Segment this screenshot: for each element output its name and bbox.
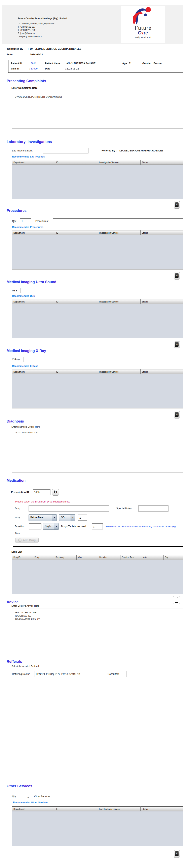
delete-lab-item-button[interactable]: ↻: [174, 201, 180, 209]
xray-table-body[interactable]: [12, 374, 183, 408]
procedures-table: Department ID Investigation/Service Stat…: [12, 230, 183, 270]
prescription-id-label: Prescription ID :: [11, 491, 33, 494]
trash-icon: ↻: [175, 412, 179, 417]
medication-title: Medication: [7, 478, 187, 483]
column-header: Fequency: [54, 555, 77, 560]
delete-procedure-item-button[interactable]: ↻: [174, 272, 180, 280]
company-logo: Future C♥re Body Mind Soul: [121, 6, 165, 43]
plus-icon: +: [18, 538, 22, 542]
advice-textarea[interactable]: SENT TO PELVIC MRI TUMOR MARKET REVEW AF…: [12, 608, 183, 654]
uss-input[interactable]: [21, 288, 183, 293]
add-drug-label: Add Drug: [23, 538, 36, 542]
procedures-title: Procedures: [7, 209, 187, 213]
delete-drug-item-button[interactable]: [173, 596, 180, 604]
company-registration: Company No.8417652-2: [18, 35, 99, 38]
delete-other-service-item-button[interactable]: ↻: [174, 850, 180, 858]
diagnosis-textarea[interactable]: RIGHT OVARIAN CYST: [12, 429, 183, 472]
age-label: Age: [122, 62, 127, 65]
recommended-uss-link[interactable]: Recommended USS: [12, 294, 187, 298]
reffering-doctor-input[interactable]: [35, 671, 89, 677]
refresh-prescription-button[interactable]: ↻: [52, 489, 59, 496]
logo-mark-icon: [128, 6, 158, 25]
column-header: ID: [55, 807, 98, 811]
column-header: Duration Type: [120, 555, 141, 560]
fraction-note: Please add as decimal numbers when addin…: [106, 525, 181, 528]
duration-unit-select[interactable]: Day/s ▼: [43, 523, 59, 530]
other-services-qty-input[interactable]: [20, 794, 31, 799]
lab-investigation-label: Lab Investingation :: [12, 149, 43, 152]
column-header: ID: [55, 230, 98, 235]
date-value: : 2024-05-22: [28, 53, 43, 56]
trash-icon: ↻: [175, 273, 179, 278]
column-header: Status: [141, 369, 183, 374]
drug-table-body[interactable]: [12, 560, 183, 594]
uss-title: Medical Imaging Ultra Sound: [7, 280, 187, 284]
column-header: Department: [12, 299, 55, 304]
consultant-input[interactable]: [126, 671, 183, 677]
visit-id-value: 13000: [31, 67, 37, 70]
column-header: Status: [141, 807, 183, 811]
column-header: ID: [55, 299, 98, 304]
way-qty-input[interactable]: [78, 515, 87, 521]
company-address: Le Chainter,Victoria,Mahe,Seychelles: [18, 22, 99, 25]
procedures-table-body[interactable]: [12, 235, 183, 270]
delete-xray-item-button[interactable]: ↻: [174, 411, 180, 418]
consulted-by-label: Consulted By: [7, 48, 28, 50]
uss-table-body[interactable]: [12, 304, 183, 338]
column-header: Department: [12, 807, 55, 811]
drug-list-label: Drug List: [11, 550, 187, 553]
gender-label: Gender: [142, 62, 151, 65]
visit-date-value: : 2024-05-22: [65, 67, 181, 70]
recommended-lab-testings-link[interactable]: Recommended Lab Testings: [12, 155, 187, 158]
other-services-qty-label: Qty :: [12, 795, 20, 798]
recommended-procedures-link[interactable]: Recommended Procedures: [12, 226, 187, 228]
drug-input[interactable]: [29, 505, 109, 512]
column-header: Investigation/Service: [98, 299, 141, 304]
special-notes-label: Special Notes: [116, 507, 135, 510]
drug-entry-panel: Please select the Drug from Drug suggess…: [13, 498, 183, 547]
delete-uss-item-button[interactable]: ↻: [174, 341, 180, 348]
procedures-input[interactable]: [53, 218, 183, 224]
consultation-date-line: Date : 2024-05-22: [7, 53, 187, 56]
lab-table-body[interactable]: [12, 165, 183, 199]
procedures-qty-label: Qty :: [12, 220, 20, 222]
logo-tagline: Body Mind Soul: [121, 36, 165, 39]
recommended-other-services-link[interactable]: Recommended Other Services: [13, 801, 187, 804]
advice-label: Enter Doctor's Advice Here: [11, 604, 187, 607]
procedures-qty-input[interactable]: [20, 218, 31, 224]
column-header: Duration: [98, 555, 120, 560]
consulted-by-value: : Dr. LEONEL ENRIQUE GUERRA ROSALES: [28, 48, 81, 50]
complaints-textarea[interactable]: GYNAE USS REPORT: RIGHT OVARIAN CYST: [12, 92, 183, 128]
prescription-id-input[interactable]: [33, 489, 50, 495]
way-meal-selected-value: Before Meal: [29, 515, 52, 521]
column-header: Status: [141, 160, 183, 165]
chevron-down-icon: ▼: [52, 515, 57, 521]
way-meal-select[interactable]: Before Meal ▼: [29, 514, 57, 521]
recommended-xray-link[interactable]: Recommended X-Rays: [12, 365, 187, 368]
refferals-subtitle: Select the needed Refferal: [11, 665, 187, 668]
way-frequency-select[interactable]: OD ▼: [59, 514, 75, 521]
column-header: Way: [76, 555, 98, 560]
other-services-input[interactable]: [56, 794, 183, 799]
add-drug-button[interactable]: + Add Drug: [15, 537, 39, 544]
company-phone-1: T: +24 82 593 593: [18, 25, 99, 28]
company-name: Future Care by Future Holdings (Pty) Lim…: [18, 17, 99, 21]
refferal-list-box[interactable]: [12, 680, 183, 778]
visit-id-label: Visit ID: [11, 67, 29, 70]
other-services-table-body[interactable]: [12, 811, 183, 846]
diagnosis-label: Enter Diagnosis Details Here: [11, 426, 187, 428]
per-meal-input[interactable]: [92, 523, 103, 529]
column-header: Note: [141, 555, 164, 560]
column-header: Investigation / Service: [98, 807, 141, 811]
gender-value: : Female: [152, 62, 162, 65]
refferals-title: Refferals: [7, 659, 187, 664]
column-header: Investigation/Service: [98, 369, 141, 374]
lab-table: Department ID Investigation/Service Stat…: [12, 160, 183, 199]
xray-input[interactable]: [24, 357, 183, 362]
reffered-by-label: Reffered By :: [102, 149, 117, 152]
lab-investigation-input[interactable]: [43, 148, 88, 153]
special-notes-input[interactable]: [138, 505, 169, 512]
trash-icon: [175, 599, 178, 603]
patient-id-value: 6814: [31, 62, 36, 65]
duration-input[interactable]: [29, 523, 41, 529]
